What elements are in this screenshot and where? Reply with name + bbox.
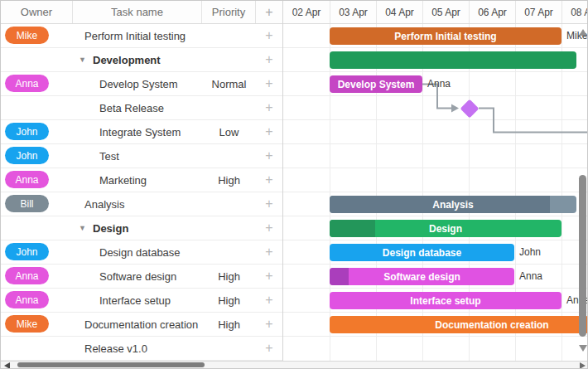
owner-badge: John: [5, 147, 49, 164]
task-name-cell: Beta Release: [73, 96, 229, 119]
timeline-row-border: [283, 336, 588, 337]
task-name-label: Release v1.0: [84, 342, 147, 355]
timeline-pane: 02 Apr03 Apr04 Apr05 Apr06 Apr07 Apr08 A…: [283, 1, 588, 361]
add-task-button[interactable]: +: [256, 313, 282, 336]
resource-label: John: [519, 244, 541, 261]
scroll-left-arrow-icon[interactable]: [4, 362, 10, 369]
task-name-cell: Test: [73, 144, 229, 168]
grid-row-develop-system[interactable]: AnnaDevelop SystemNormal+: [1, 72, 282, 96]
task-name-cell: ▼Development: [73, 48, 208, 71]
add-column-button[interactable]: +: [256, 1, 282, 23]
dependency-link-line: [479, 109, 588, 133]
add-task-button[interactable]: +: [256, 289, 282, 312]
grid-row-interface-setup[interactable]: AnnaInterface setupHigh+: [1, 289, 282, 313]
grid-row-software-design[interactable]: AnnaSoftware designHigh+: [1, 265, 282, 289]
task-name-label: Perform Initial testing: [84, 30, 186, 42]
timeline-date-label: 07 Apr: [515, 1, 561, 23]
owner-badge: Anna: [5, 75, 49, 92]
scroll-down-arrow-icon[interactable]: [579, 345, 587, 352]
task-name-label: Software design: [99, 270, 176, 283]
task-bar-label: Interface setup: [330, 292, 561, 309]
grid-row-documentation-creation[interactable]: MikeDocumentation creationHigh+: [1, 313, 282, 337]
task-name-cell: Perform Initial testing: [73, 24, 214, 47]
task-bar-development[interactable]: [330, 51, 576, 69]
add-task-button[interactable]: +: [256, 192, 282, 216]
add-task-button[interactable]: +: [256, 265, 282, 288]
add-task-button[interactable]: +: [256, 168, 282, 192]
owner-badge: Anna: [5, 171, 49, 188]
add-task-button[interactable]: +: [256, 24, 282, 47]
priority-cell: High: [202, 168, 256, 192]
grid-row-development[interactable]: ▼Development+: [1, 48, 282, 72]
resource-label: Anna: [519, 268, 542, 285]
task-bar-perform-initial-testing[interactable]: Perform Initial testing: [330, 27, 561, 45]
timeline-row-border: [283, 312, 588, 313]
task-name-label: Beta Release: [99, 102, 164, 114]
task-name-label: Design database: [99, 246, 181, 259]
priority-cell: Low: [202, 120, 256, 143]
timeline-date-label: 06 Apr: [469, 1, 515, 23]
collapse-arrow-icon[interactable]: ▼: [79, 224, 88, 232]
add-task-button[interactable]: +: [256, 72, 282, 95]
grid-header: Owner Task name Priority +: [1, 1, 282, 24]
timeline-row-border: [283, 288, 588, 289]
task-name-label: Develop System: [99, 78, 178, 90]
horizontal-scrollbar-thumb[interactable]: [17, 362, 205, 367]
add-task-button[interactable]: +: [256, 96, 282, 119]
task-bar-analysis[interactable]: Analysis: [330, 196, 576, 213]
task-bar-design[interactable]: Design: [330, 220, 561, 237]
timeline-gridline: [330, 24, 330, 361]
add-task-button[interactable]: +: [256, 120, 282, 143]
grid-row-beta-release[interactable]: Beta Release+: [1, 96, 282, 120]
timeline-row-border: [283, 168, 588, 168]
task-bar-label: Design database: [330, 244, 514, 261]
grid-row-marketing[interactable]: AnnaMarketingHigh+: [1, 168, 282, 192]
task-bar-label: Documentation creation: [435, 316, 548, 333]
owner-badge: Bill: [5, 195, 49, 212]
task-name-cell: Documentation creation: [73, 313, 214, 336]
add-task-button[interactable]: +: [256, 144, 282, 168]
task-bar-label: Perform Initial testing: [330, 27, 561, 45]
task-name-label: Marketing: [99, 174, 147, 187]
timeline-row-border: [283, 192, 588, 192]
milestone-beta-release[interactable]: [460, 99, 480, 118]
task-name-label: Development: [93, 54, 161, 66]
grid-header-owner: Owner: [1, 1, 73, 23]
owner-badge: Anna: [5, 267, 49, 284]
add-task-button[interactable]: +: [256, 240, 282, 264]
timeline-gridline: [469, 24, 470, 361]
scroll-right-arrow-icon[interactable]: [580, 362, 586, 369]
task-name-cell: Analysis: [73, 192, 214, 216]
task-bar-software-design[interactable]: Software design: [330, 268, 514, 285]
task-bar-interface-setup[interactable]: Interface setup: [330, 292, 561, 309]
add-task-button[interactable]: +: [256, 337, 282, 360]
add-task-button[interactable]: +: [256, 216, 282, 240]
task-bar-design-database[interactable]: Design database: [330, 244, 514, 261]
timeline-row-border: [283, 119, 588, 120]
grid-row-release-v1-0[interactable]: Release v1.0+: [1, 337, 282, 361]
grid-row-design[interactable]: ▼Design+: [1, 216, 282, 240]
vertical-scrollbar-thumb[interactable]: [579, 175, 586, 337]
task-bar-develop-system[interactable]: Develop System: [330, 75, 422, 93]
task-name-cell: Design database: [73, 240, 229, 264]
timeline-row-border: [283, 143, 588, 144]
priority-cell: High: [202, 313, 256, 336]
grid-row-integrate-system[interactable]: JohnIntegrate SystemLow+: [1, 120, 282, 144]
grid-row-design-database[interactable]: JohnDesign database+: [1, 240, 282, 265]
timeline-date-label: 02 Apr: [283, 1, 330, 23]
add-task-button[interactable]: +: [256, 48, 282, 71]
task-name-cell: Release v1.0: [73, 337, 214, 360]
timeline-date-label: 05 Apr: [422, 1, 469, 23]
task-name-label: Analysis: [84, 198, 124, 211]
timeline-row-border: [283, 47, 588, 48]
grid-header-priority: Priority: [202, 1, 256, 23]
task-bar-documentation-creation[interactable]: Documentation creation: [330, 316, 588, 333]
task-bar-label: Develop System: [330, 75, 422, 93]
timeline-row-border: [283, 71, 588, 72]
scroll-up-arrow-icon[interactable]: [579, 29, 587, 36]
grid-row-perform-initial-testing[interactable]: MikePerform Initial testing+: [1, 24, 282, 48]
collapse-arrow-icon[interactable]: ▼: [79, 56, 88, 64]
timeline-row-border: [283, 216, 588, 216]
grid-row-test[interactable]: JohnTest+: [1, 144, 282, 168]
grid-row-analysis[interactable]: BillAnalysis+: [1, 192, 282, 216]
